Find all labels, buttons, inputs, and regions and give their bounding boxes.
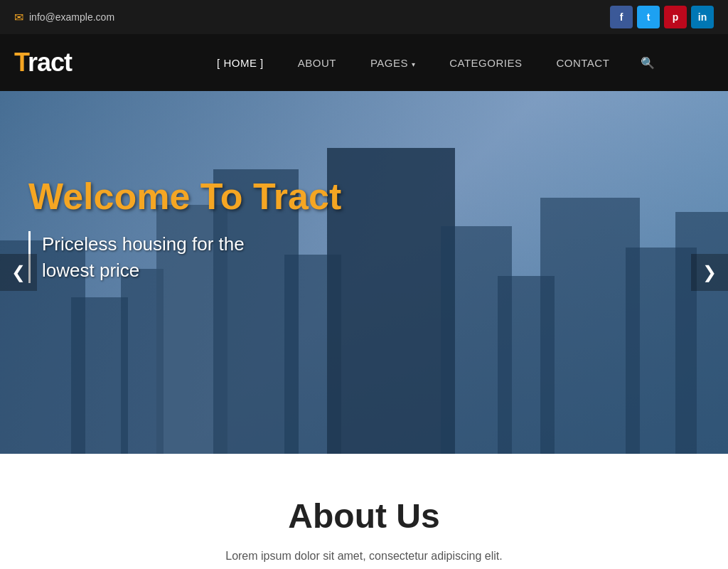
nav-item-categories[interactable]: CATEGORIES	[432, 50, 539, 76]
hero-title: Welcome To Tract	[28, 176, 341, 217]
facebook-button[interactable]: f	[610, 6, 633, 28]
twitter-button[interactable]: t	[637, 6, 660, 28]
about-section: About Us Lorem ipsum dolor sit amet, con…	[0, 454, 728, 569]
nav-item-home[interactable]: [ HOME ]	[200, 50, 281, 76]
nav-links: [ HOME ] ABOUT PAGES ▾ CATEGORIES CONTAC…	[200, 50, 626, 76]
hero-subtitle-line1: Priceless housing for the	[42, 233, 245, 255]
hero-content: Welcome To Tract Priceless housing for t…	[28, 176, 341, 283]
nav-link-contact[interactable]: CONTACT	[539, 50, 626, 76]
logo-rest: ract	[28, 48, 72, 77]
navbar: Tract [ HOME ] ABOUT PAGES ▾ CATEGORIES …	[0, 34, 728, 91]
logo-t: T	[14, 48, 28, 77]
slider-next-button[interactable]: ❯	[691, 254, 728, 291]
hero-subtitle-wrapper: Priceless housing for the lowest price	[28, 231, 341, 283]
nav-link-categories[interactable]: CATEGORIES	[432, 50, 539, 76]
email-text: info@example.com	[29, 11, 114, 23]
search-icon[interactable]: 🔍	[641, 56, 655, 70]
nav-item-pages[interactable]: PAGES ▾	[353, 50, 432, 76]
about-title: About Us	[14, 496, 714, 536]
envelope-icon: ✉	[14, 11, 23, 24]
nav-link-home[interactable]: [ HOME ]	[200, 50, 281, 76]
hero-section: Welcome To Tract Priceless housing for t…	[0, 91, 728, 454]
nav-item-contact[interactable]: CONTACT	[539, 50, 626, 76]
about-subtitle: Lorem ipsum dolor sit amet, consectetur …	[186, 547, 542, 565]
nav-link-pages[interactable]: PAGES ▾	[353, 50, 432, 76]
nav-item-about[interactable]: ABOUT	[281, 50, 353, 76]
pinterest-button[interactable]: p	[664, 6, 687, 28]
top-bar: ✉ info@example.com f t p in	[0, 0, 728, 34]
slider-prev-button[interactable]: ❮	[0, 254, 37, 291]
email-section: ✉ info@example.com	[14, 11, 114, 24]
linkedin-button[interactable]: in	[691, 6, 714, 28]
hero-subtitle: Priceless housing for the lowest price	[42, 231, 341, 283]
chevron-down-icon: ▾	[412, 60, 416, 68]
hero-subtitle-line2: lowest price	[42, 260, 139, 281]
social-icons-group: f t p in	[610, 6, 714, 28]
logo[interactable]: Tract	[14, 48, 72, 78]
nav-link-about[interactable]: ABOUT	[281, 50, 353, 76]
